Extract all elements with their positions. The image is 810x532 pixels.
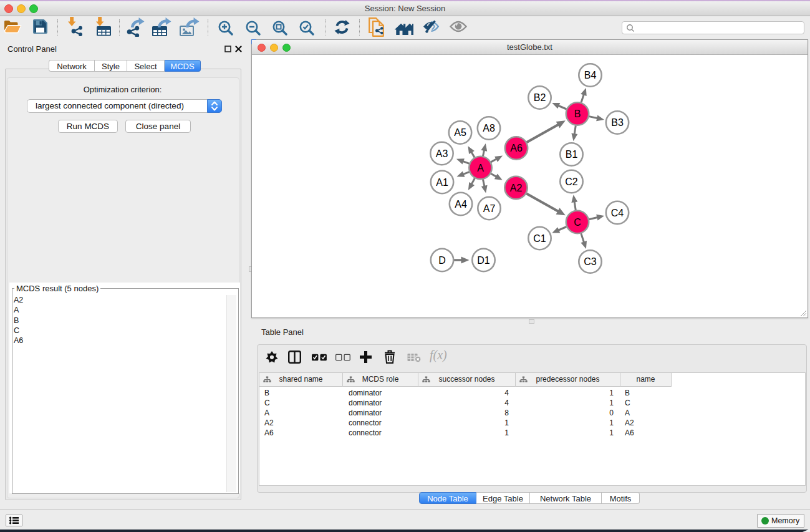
svg-text:A3: A3 [436, 148, 448, 159]
svg-text:B2: B2 [534, 92, 546, 103]
svg-text:A4: A4 [455, 199, 467, 210]
svg-text:C1: C1 [533, 233, 546, 244]
svg-text:C: C [574, 217, 581, 228]
svg-text:A: A [477, 163, 484, 173]
svg-text:A8: A8 [483, 123, 495, 133]
svg-text:C4: C4 [611, 208, 624, 218]
svg-text:B1: B1 [566, 149, 578, 160]
svg-text:A6: A6 [510, 143, 523, 153]
svg-text:A2: A2 [510, 183, 523, 193]
svg-text:B4: B4 [584, 70, 597, 80]
svg-text:C2: C2 [565, 177, 578, 187]
svg-text:A1: A1 [436, 177, 448, 188]
svg-text:D: D [438, 255, 446, 266]
svg-text:A7: A7 [483, 203, 496, 214]
svg-text:B: B [574, 109, 581, 119]
svg-text:A5: A5 [454, 127, 466, 138]
svg-text:B3: B3 [611, 117, 624, 128]
svg-text:C3: C3 [584, 256, 597, 267]
svg-text:D1: D1 [477, 255, 490, 266]
